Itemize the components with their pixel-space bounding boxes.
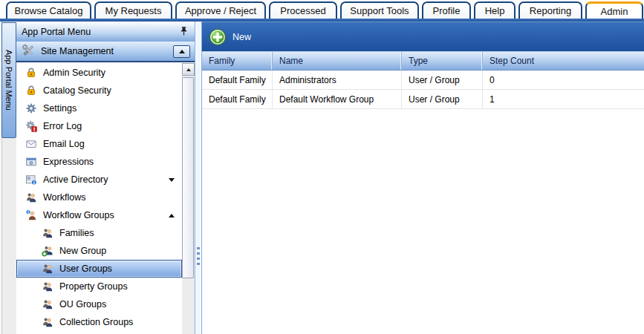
- tab-processed[interactable]: Processed: [269, 1, 337, 19]
- tab-my-requests[interactable]: My Requests: [94, 1, 172, 19]
- people-icon: [42, 263, 54, 275]
- new-button-label: New: [232, 32, 251, 42]
- app-portal-menu-vertical-tab[interactable]: App Portal Menu: [1, 22, 16, 138]
- tab-help[interactable]: Help: [474, 1, 515, 19]
- expand-arrow-icon[interactable]: [169, 178, 175, 182]
- sidebar-item-label: User Groups: [59, 263, 112, 274]
- sidebar-item-label: Email Log: [43, 139, 85, 149]
- sidebar-item-workflow-groups[interactable]: Workflow Groups: [16, 206, 182, 224]
- sidebar-item-user-groups[interactable]: User Groups: [16, 260, 182, 278]
- sidebar-item-expressions[interactable]: Expressions: [16, 153, 182, 171]
- sidebar-item-property-groups[interactable]: Property Groups: [16, 278, 182, 295]
- tab-profile[interactable]: Profile: [422, 1, 471, 19]
- people-icon: [42, 281, 54, 293]
- tab-admin[interactable]: Admin: [585, 1, 643, 19]
- sidebar-item-label: OU Groups: [59, 299, 106, 310]
- people-icon: [42, 227, 54, 240]
- sidebar-header: App Portal Menu: [16, 22, 195, 42]
- pin-icon[interactable]: [178, 26, 189, 37]
- sidebar-item-email-log[interactable]: Email Log: [16, 135, 182, 153]
- sidebar-item-label: Active Directory: [43, 174, 108, 185]
- top-tab-bar: Browse CatalogMy RequestsApprove / Rejec…: [0, 0, 644, 22]
- column-header-family[interactable]: Family: [202, 52, 273, 70]
- sidebar-item-label: Workflows: [43, 192, 85, 203]
- sidebar-item-label: Workflow Groups: [43, 210, 114, 220]
- sidebar-item-settings[interactable]: Settings: [16, 99, 182, 117]
- new-plus-icon: [209, 28, 227, 46]
- tab-browse-catalog[interactable]: Browse Catalog: [6, 1, 91, 19]
- table-cell: Default Family: [202, 90, 273, 108]
- sidebar-item-workflows[interactable]: Workflows: [16, 189, 182, 206]
- people-icon: [25, 191, 38, 204]
- sidebar-item-label: Catalog Security: [43, 85, 111, 96]
- table-cell: Default Family: [202, 71, 273, 89]
- chevron-up-icon: [179, 50, 185, 53]
- table-cell: 0: [483, 71, 644, 89]
- tab-reporting[interactable]: Reporting: [518, 1, 582, 19]
- scrollbar-thumb[interactable]: [182, 77, 194, 278]
- sidebar-menu: Admin SecurityCatalog SecuritySettingsEr…: [16, 62, 195, 334]
- sidebar-item-label: Expressions: [43, 157, 94, 167]
- email-icon: [25, 138, 38, 151]
- people-add-icon: [42, 245, 54, 258]
- sidebar-item-label: Error Log: [43, 121, 82, 131]
- sidebar-item-new-group[interactable]: New Group: [16, 242, 182, 260]
- new-button[interactable]: New: [209, 28, 251, 46]
- menu-item-list: Admin SecurityCatalog SecuritySettingsEr…: [16, 64, 182, 331]
- sidebar-item-label: New Group: [59, 246, 106, 256]
- sidebar-item-label: Families: [59, 228, 94, 238]
- sidebar-item-label: Property Groups: [59, 281, 128, 292]
- sidebar-item-label: Settings: [43, 103, 77, 114]
- scroll-up-icon: [186, 68, 191, 71]
- left-strip: App Portal Menu: [0, 22, 16, 334]
- scroll-up-button[interactable]: [182, 63, 195, 76]
- sidebar-scrollbar[interactable]: [182, 63, 195, 334]
- sidebar-title: App Portal Menu: [22, 27, 91, 37]
- directory-icon: [25, 174, 38, 186]
- tab-support-tools[interactable]: Support Tools: [340, 1, 419, 19]
- sidebar-item-label: Collection Groups: [59, 317, 133, 327]
- sidebar-item-collection-groups[interactable]: Collection Groups: [16, 313, 182, 331]
- app-portal-window: Browse CatalogMy RequestsApprove / Rejec…: [0, 0, 644, 334]
- column-header-name[interactable]: Name: [273, 52, 402, 70]
- table-cell: User / Group: [402, 71, 483, 89]
- tools-icon: [21, 43, 36, 60]
- table-row[interactable]: Default FamilyDefault Workflow GroupUser…: [202, 90, 644, 109]
- main-panel: New FamilyNameTypeStep Count Default Fam…: [202, 22, 644, 334]
- column-header-step-count[interactable]: Step Count: [483, 52, 644, 70]
- sidebar-item-families[interactable]: Families: [16, 224, 182, 242]
- main-toolbar: New: [202, 22, 644, 52]
- table-cell: User / Group: [402, 90, 483, 108]
- sidebar-item-label: Admin Security: [43, 68, 105, 78]
- vertical-tab-label: App Portal Menu: [4, 50, 13, 111]
- sidebar: App Portal Menu: [16, 22, 195, 334]
- person-info-icon: [25, 209, 38, 222]
- expressions-icon: [25, 156, 38, 168]
- table-row[interactable]: Default FamilyAdministratorsUser / Group…: [202, 71, 644, 90]
- sidebar-item-error-log[interactable]: Error Log: [16, 117, 182, 135]
- sidebar-item-admin-security[interactable]: Admin Security: [16, 64, 182, 82]
- gear-error-icon: [25, 120, 38, 133]
- people-icon: [42, 316, 54, 329]
- table-cell: Administrators: [273, 71, 402, 89]
- column-header-type[interactable]: Type: [402, 52, 483, 70]
- panel-splitter[interactable]: [195, 22, 202, 334]
- sidebar-item-active-directory[interactable]: Active Directory: [16, 171, 182, 189]
- lock-icon: [25, 67, 38, 79]
- gear-icon: [25, 102, 38, 115]
- table-cell: Default Workflow Group: [273, 90, 402, 108]
- tab-strip: Browse CatalogMy RequestsApprove / Rejec…: [6, 1, 643, 19]
- section-title: Site Management: [41, 46, 114, 56]
- people-icon: [42, 298, 54, 311]
- sidebar-item-ou-groups[interactable]: OU Groups: [16, 295, 182, 313]
- sidebar-item-catalog-security[interactable]: Catalog Security: [16, 82, 182, 99]
- sidebar-section-site-management[interactable]: Site Management: [16, 42, 195, 62]
- grid-body: Default FamilyAdministratorsUser / Group…: [202, 71, 644, 109]
- collapse-arrow-icon[interactable]: [169, 214, 175, 217]
- table-cell: 1: [483, 90, 644, 108]
- section-collapse-button[interactable]: [173, 45, 190, 58]
- content-area: App Portal Menu App Portal Menu: [0, 22, 644, 334]
- grid-header: FamilyNameTypeStep Count: [202, 52, 644, 71]
- tab-approve-reject[interactable]: Approve / Reject: [175, 1, 266, 19]
- lock-icon: [25, 85, 38, 97]
